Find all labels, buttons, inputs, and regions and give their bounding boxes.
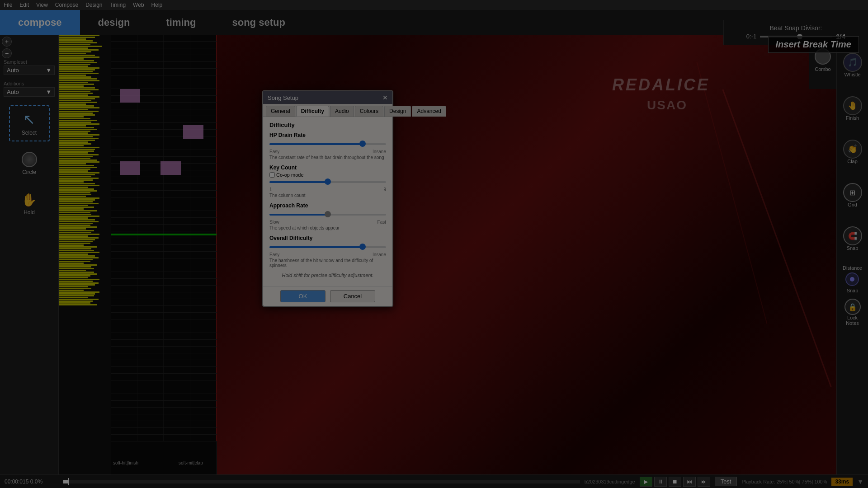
dialog-overlay	[0, 0, 868, 488]
